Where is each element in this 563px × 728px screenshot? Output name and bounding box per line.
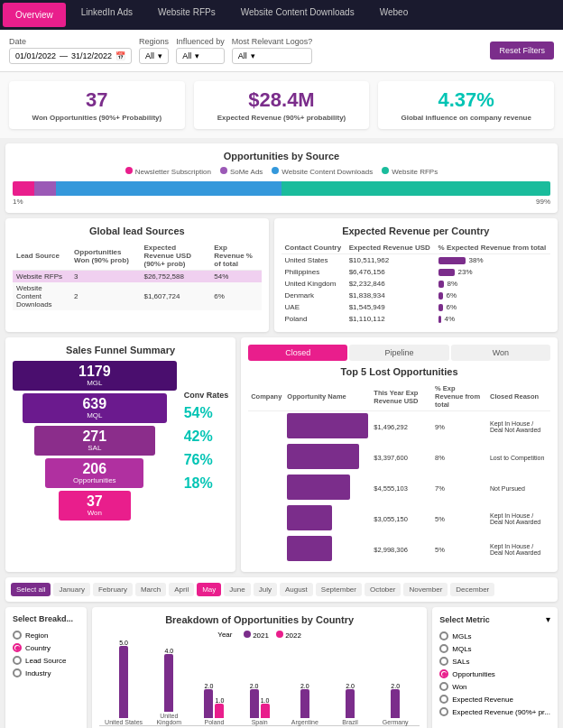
lost-cell-pct: 9%	[432, 411, 487, 443]
lost-opp-row: $2,998,306 5% Kept In House / Deal Not A…	[248, 534, 550, 565]
lost-opp-row: $3,397,600 8% Lost to Competition	[248, 442, 550, 473]
influenced-select[interactable]: All ▾	[176, 48, 225, 64]
month-sep[interactable]: September	[316, 583, 362, 596]
bar-country-label: Poland	[205, 719, 225, 725]
month-jul[interactable]: July	[254, 583, 277, 596]
chevron-down-icon: ▾	[251, 51, 255, 60]
metric-exp-rev-90[interactable]: Expected Revenue (90%+ pr...	[439, 707, 550, 716]
nav-tab-website-rfps[interactable]: Website RFPs	[145, 0, 228, 30]
year-legend: Year 2021 2022	[99, 631, 420, 640]
breakdown-industry[interactable]: Industry	[13, 668, 79, 677]
radio-lead-source	[13, 656, 22, 665]
filter-bar: Date 01/01/2022 — 31/12/2022 📅 Regions A…	[0, 30, 563, 72]
bar-2021	[204, 689, 213, 718]
rev-header-country: Contact Country	[282, 242, 346, 254]
lost-opp-row: $1,496,292 9% Kept In House / Deal Not A…	[248, 411, 550, 443]
bar-label-left: 1%	[13, 198, 23, 206]
breakdown-lead-source[interactable]: Lead Source	[13, 656, 79, 665]
conv-rates-label: Conv Rates	[184, 391, 229, 400]
leads-cell-revenue: $26,752,588	[140, 271, 210, 283]
regions-label: Regions	[139, 37, 169, 46]
chart-bars: 5.0United States4.0United Kingdom2.01.0P…	[99, 645, 420, 726]
leads-header-won: Opportunities Won (90% prob)	[70, 242, 140, 271]
date-input[interactable]: 01/01/2022 — 31/12/2022 📅	[9, 48, 132, 64]
bar-country-label: Brazil	[342, 719, 358, 725]
month-feb[interactable]: February	[93, 583, 133, 596]
global-leads-title: Global lead Sources	[13, 226, 262, 236]
rev-cell-revenue: $1,110,112	[346, 313, 435, 325]
lost-cell-company	[248, 411, 284, 443]
month-oct[interactable]: October	[365, 583, 401, 596]
breakdown-country-label: Country	[25, 644, 51, 652]
month-may[interactable]: May	[197, 583, 221, 596]
leads-header-pct: Exp Revenue % of total	[210, 242, 261, 271]
metric-mgls[interactable]: MGLs	[439, 631, 550, 640]
month-mar[interactable]: March	[135, 583, 166, 596]
metric-opportunities[interactable]: Opportunities	[439, 669, 550, 678]
month-aug[interactable]: August	[280, 583, 313, 596]
lost-cell-pct: 5%	[432, 503, 487, 534]
revenue-value: $28.4M	[205, 88, 359, 112]
reset-filters-button[interactable]: Reset Filters	[490, 41, 554, 60]
revenue-table: Contact Country Expected Revenue USD % E…	[282, 242, 550, 325]
regions-select[interactable]: All ▾	[139, 48, 169, 64]
breakdown-country[interactable]: Country	[13, 643, 79, 652]
metric-won[interactable]: Won	[439, 682, 550, 691]
bottom-section: Select Breakd... Region Country Lead Sou…	[5, 607, 558, 728]
conv-rate-item: 42%	[184, 429, 213, 445]
metric-mqls[interactable]: MQLs	[439, 644, 550, 653]
funnel-step-sal: 271 SAL	[34, 426, 155, 456]
nav-tab-webeo[interactable]: Webeo	[367, 0, 421, 30]
nav-tab-overview[interactable]: Overview	[3, 3, 66, 27]
select-all-months-button[interactable]: Select all	[11, 583, 51, 596]
lost-cell-name	[284, 411, 371, 443]
radio-mgls	[439, 631, 448, 640]
bar-2021	[300, 689, 309, 718]
month-dec[interactable]: December	[450, 583, 494, 596]
leads-table-row: Website RFPs 3 $26,752,588 54%	[13, 271, 262, 283]
leads-cell-pct: 54%	[210, 271, 261, 283]
lost-cell-company	[248, 473, 284, 503]
select-metric-header: Select Metric ▾	[439, 614, 550, 624]
radio-won	[439, 682, 448, 691]
breakdown-industry-label: Industry	[25, 669, 51, 677]
conv-rate-item: 54%	[184, 405, 213, 421]
pipeline-tab-won[interactable]: Won	[451, 345, 550, 361]
conv-rate-value: 42%	[184, 429, 213, 444]
lost-cell-company	[248, 442, 284, 473]
date-to: 31/12/2022	[71, 51, 112, 60]
lost-cell-revenue: $3,055,150	[371, 503, 432, 534]
month-apr[interactable]: April	[169, 583, 194, 596]
legend-content: Website Content Downloads	[272, 167, 373, 176]
metric-exp-rev[interactable]: Expected Revenue	[439, 695, 550, 704]
bar-2022	[215, 704, 224, 718]
sales-funnel-section: Sales Funnel Summary 1179 MGL 639 MQL 27…	[5, 337, 235, 572]
influenced-filter: Influenced by All ▾	[176, 37, 225, 64]
lost-opp-row: $3,055,150 5% Kept In House / Deal Not A…	[248, 503, 550, 534]
chart-area: 5.0United States4.0United Kingdom2.01.0P…	[99, 645, 420, 726]
date-from: 01/01/2022	[15, 51, 56, 60]
rev-cell-revenue: $2,232,846	[346, 278, 435, 290]
influenced-value: All	[182, 51, 191, 60]
middle-section: Global lead Sources Lead Source Opportun…	[5, 218, 558, 332]
pipeline-tab-pipeline[interactable]: Pipeline	[349, 345, 448, 361]
date-label: Date	[9, 37, 132, 46]
radio-industry	[13, 668, 22, 677]
logos-select[interactable]: All ▾	[232, 48, 313, 64]
breakdown-region[interactable]: Region	[13, 631, 79, 640]
metric-sals[interactable]: SALs	[439, 657, 550, 666]
bar-2021	[250, 689, 259, 718]
month-jun[interactable]: June	[224, 583, 250, 596]
month-jan[interactable]: January	[53, 583, 89, 596]
rev-cell-country: Denmark	[282, 290, 346, 301]
lost-bar	[287, 475, 350, 500]
lost-cell-pct: 8%	[432, 442, 487, 473]
month-nov[interactable]: November	[403, 583, 448, 596]
funnel-label: Opportunities	[73, 476, 116, 484]
nav-tab-linkedin[interactable]: LinkedIn Ads	[69, 0, 145, 30]
rev-cell-revenue: $6,476,156	[346, 266, 435, 278]
pipeline-tab-closed[interactable]: Closed	[248, 345, 347, 361]
lost-cell-reason: Kept In House / Deal Not Awarded	[487, 503, 550, 534]
nav-tab-content-downloads[interactable]: Website Content Downloads	[228, 0, 367, 30]
bar-2021	[119, 646, 128, 718]
